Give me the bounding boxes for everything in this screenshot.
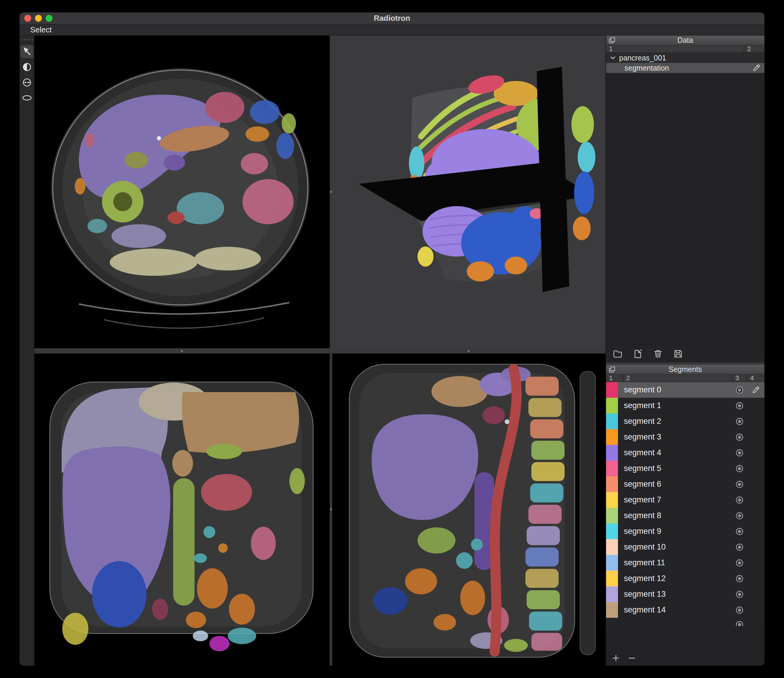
titlebar: Radiotron	[20, 12, 764, 24]
pencil-icon[interactable]	[752, 64, 761, 72]
splitter-handle[interactable]	[468, 350, 470, 352]
splitter-handle[interactable]	[330, 508, 332, 510]
segment-row[interactable]: segment 11	[606, 555, 764, 570]
tree-item-segmentation[interactable]: segmentation	[606, 63, 764, 73]
segment-color-swatch[interactable]	[606, 570, 618, 586]
segment-label: segment 9	[618, 527, 732, 536]
segment-row[interactable]: segment 9	[606, 524, 764, 539]
segment-row[interactable]: segment 13	[606, 586, 764, 602]
ellipse-tool-button[interactable]	[20, 91, 34, 104]
cursor-tool-button[interactable]	[20, 45, 34, 58]
traffic-lights	[24, 15, 53, 22]
segment-label: segment 10	[618, 542, 732, 552]
window-title: Radiotron	[20, 14, 764, 23]
data-panel-header: Data	[606, 36, 764, 45]
data-panel-empty-area	[606, 73, 764, 344]
segment-visibility-toggle[interactable]	[732, 433, 747, 442]
open-folder-icon[interactable]	[612, 348, 623, 360]
data-column-2[interactable]: 2	[744, 45, 764, 53]
segment-row[interactable]: segment 6	[606, 476, 764, 492]
float-panel-icon[interactable]	[608, 37, 616, 44]
segment-color-swatch[interactable]	[606, 476, 618, 492]
segment-row[interactable]: segment 4	[606, 445, 764, 461]
segment-visibility-toggle[interactable]	[732, 480, 747, 489]
segment-row[interactable]: segment 8	[606, 508, 764, 524]
data-panel: Data 1 2 pancreas_001 segmentation	[606, 36, 764, 362]
segments-column-1[interactable]: 1	[606, 374, 623, 382]
segment-row[interactable]: segment 12	[606, 570, 764, 586]
panel-divider[interactable]	[606, 362, 764, 365]
menubar: Select	[20, 24, 764, 36]
segment-color-swatch[interactable]	[606, 398, 618, 413]
segment-label: segment 14	[618, 605, 732, 614]
segment-row[interactable]: segment 14	[606, 602, 764, 618]
segment-visibility-toggle[interactable]	[732, 511, 747, 520]
trash-icon[interactable]	[652, 348, 664, 360]
segment-color-swatch[interactable]	[606, 382, 618, 398]
contrast-icon	[22, 62, 32, 72]
segment-row[interactable]: segment 0	[606, 382, 764, 398]
segments-column-3[interactable]: 3	[732, 374, 747, 382]
segment-visibility-toggle[interactable]	[732, 558, 747, 567]
chevron-down-icon[interactable]	[610, 55, 616, 61]
segment-color-swatch[interactable]	[606, 539, 618, 555]
segment-label: segment 12	[618, 574, 732, 583]
save-icon[interactable]	[672, 348, 684, 360]
data-column-1[interactable]: 1	[606, 45, 744, 53]
viewport-sagittal[interactable]	[332, 354, 605, 666]
segment-visibility-toggle[interactable]	[732, 574, 747, 583]
segment-row[interactable]: segment 2	[606, 413, 764, 429]
segment-visibility-toggle[interactable]	[732, 464, 747, 473]
segment-visibility-toggle[interactable]	[732, 449, 747, 457]
segment-row[interactable]: segment 10	[606, 539, 764, 555]
segment-label: segment 6	[618, 480, 732, 489]
segment-color-swatch[interactable]	[606, 429, 618, 445]
viewport-coronal[interactable]	[34, 354, 330, 666]
float-panel-icon[interactable]	[608, 366, 616, 373]
segments-column-2[interactable]: 2	[623, 374, 732, 382]
pencil-icon[interactable]	[747, 386, 764, 394]
segment-row[interactable]: segment 3	[606, 429, 764, 445]
segment-visibility-toggle[interactable]	[732, 496, 747, 505]
new-item-icon[interactable]	[632, 348, 644, 360]
segments-footer	[606, 651, 764, 666]
segment-row[interactable]: segment 5	[606, 461, 764, 476]
segment-row[interactable]: segment 1	[606, 398, 764, 413]
segment-visibility-toggle[interactable]	[732, 527, 747, 536]
toolbar-grip-handle[interactable]	[21, 39, 33, 41]
viewport-axial[interactable]	[34, 36, 330, 348]
close-window-button[interactable]	[24, 15, 31, 22]
segments-panel-title: Segments	[606, 365, 764, 374]
tree-item-pancreas-001[interactable]: pancreas_001	[606, 53, 764, 63]
segment-color-swatch[interactable]	[606, 586, 618, 602]
segment-visibility-toggle[interactable]	[732, 401, 747, 410]
segment-color-swatch[interactable]	[606, 524, 618, 539]
segments-column-4[interactable]: 4	[747, 374, 764, 382]
segment-color-swatch[interactable]	[606, 602, 618, 618]
menu-select[interactable]: Select	[26, 25, 56, 34]
segment-color-swatch[interactable]	[606, 413, 618, 429]
segment-visibility-toggle[interactable]	[732, 386, 747, 394]
minimize-window-button[interactable]	[35, 15, 42, 22]
contrast-tool-button[interactable]	[20, 61, 34, 73]
segment-visibility-toggle[interactable]	[732, 590, 747, 599]
remove-segment-button[interactable]	[626, 652, 638, 664]
splitter-handle[interactable]	[330, 191, 332, 193]
segment-color-swatch[interactable]	[606, 492, 618, 508]
segment-color-swatch[interactable]	[606, 508, 618, 524]
segment-visibility-toggle[interactable]	[732, 606, 747, 614]
segment-visibility-toggle[interactable]	[732, 417, 747, 426]
segment-row[interactable]: segment 7	[606, 492, 764, 508]
segment-visibility-toggle[interactable]	[732, 543, 747, 552]
window-level-tool-button[interactable]	[20, 76, 34, 89]
segment-color-swatch[interactable]	[606, 445, 618, 461]
viewport-3d[interactable]	[332, 36, 605, 348]
splitter-handle[interactable]	[181, 350, 183, 352]
viewport-grid	[34, 36, 605, 666]
segment-row-clipped[interactable]	[606, 618, 764, 626]
segment-color-swatch[interactable]	[606, 461, 618, 476]
segment-color-swatch[interactable]	[606, 555, 618, 570]
segments-panel: Segments 1 2 3 4 segment 0	[606, 365, 764, 666]
zoom-window-button[interactable]	[46, 15, 53, 22]
add-segment-button[interactable]	[610, 652, 622, 664]
